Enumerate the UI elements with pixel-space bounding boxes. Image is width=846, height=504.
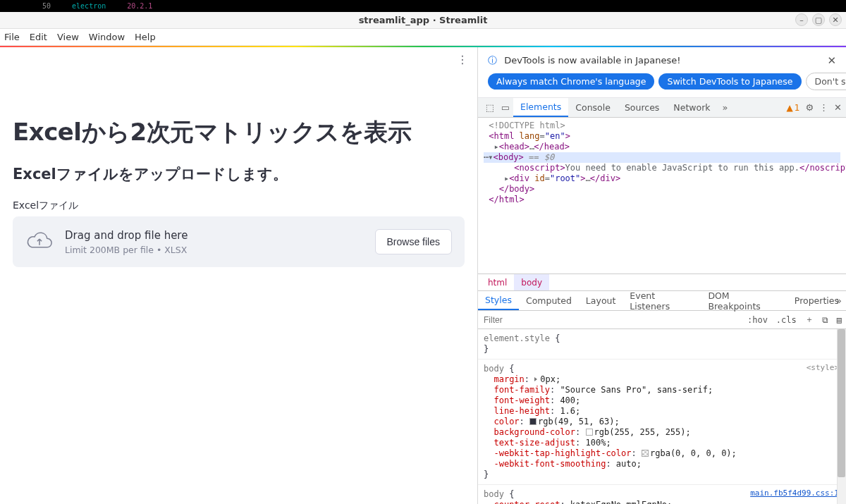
crumb-body[interactable]: body <box>514 274 549 290</box>
dom-tree[interactable]: <!DOCTYPE html> <html lang="en"> ▸<head>… <box>478 118 846 274</box>
streamlit-viewport: ⋮ Excelから2次元マトリックスを表示 Excelファイルをアップロードしま… <box>0 47 478 504</box>
flex-overlay-icon[interactable]: ⧉ <box>818 315 833 325</box>
window-maximize-button[interactable]: ▢ <box>812 13 825 26</box>
dom-breadcrumb: html body <box>478 274 846 291</box>
streamlit-menu-icon[interactable]: ⋮ <box>457 54 467 66</box>
settings-gear-icon[interactable]: ⚙ <box>805 102 814 113</box>
chip-dont-show[interactable]: Don't show again <box>806 73 846 90</box>
issues-badge[interactable]: ▲1 <box>787 103 800 113</box>
styles-filter-bar: :hov .cls ＋ ⧉ ▤ <box>478 311 846 329</box>
cls-toggle[interactable]: .cls <box>772 315 801 325</box>
cloud-upload-icon <box>25 228 54 256</box>
tab-dom-breakpoints[interactable]: DOM Breakpoints <box>701 291 787 310</box>
page-title: Excelから2次元マトリックスを表示 <box>13 116 465 149</box>
banner-close-icon[interactable]: ✕ <box>827 54 836 67</box>
tab-event-listeners[interactable]: Event Listeners <box>623 291 701 310</box>
more-vert-icon[interactable]: ⋮ <box>819 102 828 113</box>
tab-sources[interactable]: Sources <box>618 98 666 117</box>
file-dropzone[interactable]: Drag and drop file here Limit 200MB per … <box>13 216 465 267</box>
file-uploader-label: Excelファイル <box>13 199 465 212</box>
info-icon: ⓘ <box>488 55 497 66</box>
style-source[interactable]: <style> <box>807 362 839 373</box>
dom-selected-row[interactable]: ⋯▾<body> == $0 <box>484 152 840 163</box>
window-titlebar: streamlit_app · Streamlit – ▢ ✕ <box>0 12 846 29</box>
browse-files-button[interactable]: Browse files <box>375 229 452 254</box>
window-close-button[interactable]: ✕ <box>829 13 842 26</box>
menu-view[interactable]: View <box>57 32 79 42</box>
window-title: streamlit_app · Streamlit <box>359 15 488 25</box>
tty-proc: electron <box>72 2 106 10</box>
devtools-panel: ⓘ DevTools is now available in Japanese!… <box>478 47 846 504</box>
inspect-element-icon[interactable]: ⬚ <box>482 98 498 117</box>
window-minimize-button[interactable]: – <box>795 13 808 26</box>
scrollbar-thumb[interactable] <box>838 329 845 477</box>
tty-col: 50 <box>42 2 51 10</box>
tty-ver: 20.2.1 <box>127 2 152 10</box>
styles-tabs-overflow-icon[interactable]: » <box>836 295 842 306</box>
menu-file[interactable]: File <box>4 32 20 42</box>
tab-console[interactable]: Console <box>568 98 618 117</box>
devtools-tabstrip: ⬚ ▭ Elements Console Sources Network » ▲… <box>478 98 846 118</box>
devtools-locale-banner: ⓘ DevTools is now available in Japanese!… <box>478 47 846 98</box>
tab-network[interactable]: Network <box>666 98 717 117</box>
new-style-rule-icon[interactable]: ＋ <box>801 314 818 326</box>
crumb-html[interactable]: html <box>481 274 514 290</box>
tab-elements[interactable]: Elements <box>513 98 568 117</box>
device-toolbar-icon[interactable]: ▭ <box>498 98 513 117</box>
tab-styles[interactable]: Styles <box>478 291 519 310</box>
app-menubar: File Edit View Window Help <box>0 29 846 46</box>
styles-pane[interactable]: element.style { } <style> body { margin:… <box>478 329 846 504</box>
chip-match-chrome[interactable]: Always match Chrome's language <box>488 73 654 90</box>
page-subtitle: Excelファイルをアップロードします。 <box>13 164 465 184</box>
tab-computed[interactable]: Computed <box>519 291 579 310</box>
computed-sidebar-icon[interactable]: ▤ <box>833 315 846 325</box>
styles-filter-input[interactable] <box>478 315 743 325</box>
tty-remnant-bar: 50 electron 20.2.1 <box>0 0 846 12</box>
style-source-link[interactable]: main.fb5f4d99.css:1 <box>750 488 839 498</box>
tabs-overflow-icon[interactable]: » <box>718 98 733 117</box>
menu-help[interactable]: Help <box>135 32 156 42</box>
chip-switch-japanese[interactable]: Switch DevTools to Japanese <box>658 73 801 90</box>
menu-window[interactable]: Window <box>89 32 125 42</box>
devtools-close-icon[interactable]: ✕ <box>834 102 842 113</box>
warning-icon: ▲ <box>787 103 793 113</box>
hov-toggle[interactable]: :hov <box>743 315 772 325</box>
styles-tabstrip: Styles Computed Layout Event Listeners D… <box>478 291 846 311</box>
styles-scrollbar[interactable] <box>837 329 846 504</box>
banner-message: DevTools is now available in Japanese! <box>504 55 680 66</box>
dropzone-text: Drag and drop file here <box>65 229 364 242</box>
menu-edit[interactable]: Edit <box>30 32 47 42</box>
tab-layout[interactable]: Layout <box>579 291 623 310</box>
dropzone-limit: Limit 200MB per file • XLSX <box>65 245 364 255</box>
